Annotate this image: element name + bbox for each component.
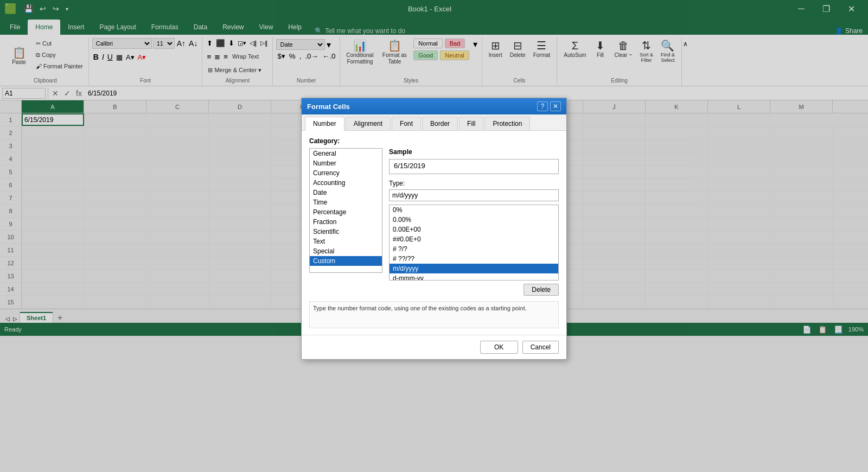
dialog-body: Category: General Number Currency Accoun… <box>302 131 566 335</box>
cat-percentage[interactable]: Percentage <box>310 207 382 217</box>
dialog-tab-border[interactable]: Border <box>422 117 458 130</box>
fmt-frac1[interactable]: # ?/? <box>390 244 558 254</box>
fmt-mdyyyy[interactable]: m/d/yyyy <box>390 264 558 273</box>
sample-value: 6/15/2019 <box>389 159 559 174</box>
fmt-frac2[interactable]: # ??/?? <box>390 254 558 264</box>
dialog-tabs: Number Alignment Font Border Fill Protec… <box>302 114 566 131</box>
cat-time[interactable]: Time <box>310 197 382 207</box>
cat-currency[interactable]: Currency <box>310 168 382 178</box>
dialog-help-button[interactable]: ? <box>537 101 548 111</box>
dialog-main: General Number Currency Accounting Date … <box>309 148 559 296</box>
fmt-sci2[interactable]: ##0.0E+0 <box>390 234 558 244</box>
cat-number[interactable]: Number <box>310 158 382 168</box>
cat-general[interactable]: General <box>310 149 382 158</box>
delete-format-button[interactable]: Delete <box>524 284 559 296</box>
cat-date[interactable]: Date <box>310 188 382 197</box>
dialog-tab-protection[interactable]: Protection <box>484 117 530 130</box>
cat-accounting[interactable]: Accounting <box>310 178 382 188</box>
dialog-overlay: Format Cells ? ✕ Number Alignment Font B… <box>0 0 868 472</box>
fmt-sci[interactable]: 0.00E+00 <box>390 225 558 234</box>
dialog-tab-font[interactable]: Font <box>392 117 421 130</box>
format-cells-dialog: Format Cells ? ✕ Number Alignment Font B… <box>301 98 567 360</box>
dialog-controls: ? ✕ <box>537 101 561 111</box>
cat-scientific[interactable]: Scientific <box>310 227 382 237</box>
dialog-footer: OK Cancel <box>302 335 566 359</box>
fmt-dmmm-yy[interactable]: d-mmm-yy <box>390 273 558 280</box>
dialog-close-button[interactable]: ✕ <box>550 101 561 111</box>
type-input[interactable] <box>389 189 559 201</box>
format-options: Sample 6/15/2019 Type: 0% 0.00% 0.00E+00… <box>389 148 559 296</box>
category-label: Category: <box>309 137 559 145</box>
sample-label: Sample <box>389 148 559 156</box>
delete-btn-row: Delete <box>389 284 559 296</box>
category-listbox[interactable]: General Number Currency Accounting Date … <box>309 148 382 273</box>
cat-fraction[interactable]: Fraction <box>310 217 382 227</box>
fmt-00pct[interactable]: 0.00% <box>390 215 558 225</box>
fmt-0pct[interactable]: 0% <box>390 205 558 215</box>
cat-custom[interactable]: Custom <box>310 256 382 266</box>
format-help-text: Type the number format code, using one o… <box>309 301 559 328</box>
cancel-button[interactable]: Cancel <box>522 341 559 354</box>
category-list: General Number Currency Accounting Date … <box>309 148 382 296</box>
cat-text[interactable]: Text <box>310 237 382 246</box>
dialog-tab-alignment[interactable]: Alignment <box>346 117 391 130</box>
dialog-tab-number[interactable]: Number <box>305 117 344 131</box>
dialog-titlebar: Format Cells ? ✕ <box>302 98 566 114</box>
dialog-tab-fill[interactable]: Fill <box>459 117 483 130</box>
format-type-list[interactable]: 0% 0.00% 0.00E+00 ##0.0E+0 # ?/? # ??/??… <box>389 205 559 280</box>
ok-button[interactable]: OK <box>480 341 518 354</box>
type-label: Type: <box>389 180 559 187</box>
dialog-title: Format Cells <box>307 103 350 111</box>
cat-special[interactable]: Special <box>310 246 382 256</box>
